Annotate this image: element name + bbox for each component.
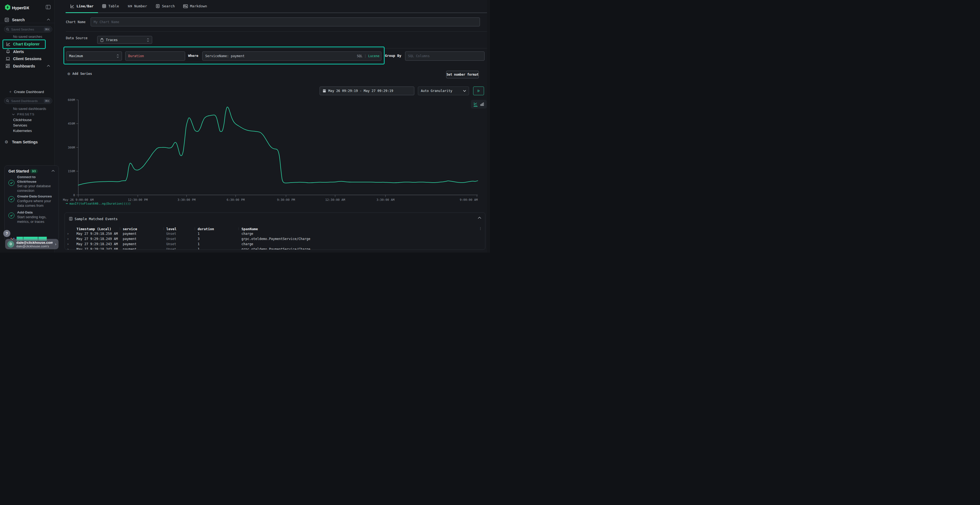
no-saved-dashboards-text: No saved dashboards: [13, 107, 46, 111]
table-icon: [102, 4, 106, 8]
checklist-item-description: Configure where your data comes from: [17, 199, 55, 208]
chart-explorer-icon: [6, 42, 11, 46]
set-number-format-button[interactable]: Set number format: [446, 71, 479, 78]
cell-spanname[interactable]: charge: [242, 242, 253, 246]
user-email: dale@clickhouse.com: [16, 241, 53, 245]
saved-searches-field[interactable]: [11, 27, 43, 31]
column-header-spanname[interactable]: SpanName: [242, 227, 258, 231]
checklist-item[interactable]: Add Data Start sending logs, metrics, or…: [17, 210, 55, 224]
legend-swatch: —: [66, 202, 68, 205]
search-doc-icon: [156, 4, 160, 8]
checklist-item[interactable]: Connect to ClickHouse Set up your databa…: [17, 175, 54, 193]
timeseries-chart[interactable]: 0150M300M450M600MMay 26 9:00:00 AM12:30:…: [54, 92, 487, 208]
row-expand-icon[interactable]: ›: [67, 232, 69, 236]
granularity-value: Auto Granularity: [421, 89, 461, 93]
app-title: HyperDX: [12, 5, 29, 10]
group-by-input[interactable]: [405, 51, 485, 61]
cell-spanname[interactable]: grpc.oteldemo.PaymentService/Charge: [242, 247, 310, 250]
tab-line-bar[interactable]: Line/Bar: [70, 4, 94, 8]
kbd-shortcut: ⌘K: [44, 27, 50, 31]
tab-table[interactable]: Table: [102, 4, 119, 8]
sql-mode-button[interactable]: SQL: [357, 54, 363, 58]
date-range-value: May 26 09:29:19 - May 27 09:29:19: [328, 89, 393, 93]
column-resize-handle[interactable]: ⋮: [162, 227, 165, 230]
chart-explorer-page: Line/Bar Table 123 Number Search: [54, 0, 490, 252]
cell-duration[interactable]: 1: [197, 232, 200, 236]
cell-service[interactable]: payment: [123, 247, 137, 250]
field-input[interactable]: [125, 51, 185, 61]
create-dashboard-button[interactable]: + Create Dashboard: [9, 89, 44, 94]
svg-text:3:30:00 PM: 3:30:00 PM: [178, 198, 196, 202]
svg-text:150M: 150M: [68, 170, 75, 173]
column-header-timestamp[interactable]: Timestamp (Local): [76, 227, 111, 231]
cell-level[interactable]: Unset: [166, 247, 176, 250]
sidebar-item-alerts[interactable]: Alerts: [13, 49, 24, 54]
table-menu-kebab-icon[interactable]: ⋮: [479, 227, 482, 230]
chevron-right-icon: ›: [55, 242, 56, 246]
row-expand-icon[interactable]: ›: [67, 247, 69, 250]
user-menu[interactable]: D dale@clickhouse.com dale@clickhouse.co…: [5, 239, 59, 249]
svg-text:6:30:00 PM: 6:30:00 PM: [227, 198, 245, 202]
chevron-up-icon[interactable]: [47, 19, 50, 21]
scrollbar-gutter[interactable]: [487, 0, 490, 252]
cell-spanname[interactable]: grpc.oteldemo.PaymentService/Charge: [242, 237, 310, 241]
saved-searches-input[interactable]: ⌘K: [4, 26, 52, 32]
checklist-item[interactable]: Create Data Sources Configure where your…: [17, 194, 55, 208]
chevron-up-icon[interactable]: [47, 65, 50, 67]
cell-duration[interactable]: 1: [197, 242, 200, 246]
checklist-item-title: Add Data: [17, 210, 55, 215]
sidebar-item-services[interactable]: Services: [13, 123, 27, 127]
cell-timestamp[interactable]: May 27 9:29:18.250 AM: [76, 232, 118, 236]
sidebar-item-clickhouse[interactable]: ClickHouse: [13, 118, 32, 122]
collapse-panel-icon[interactable]: [478, 217, 481, 219]
cell-level[interactable]: Unset: [166, 242, 176, 246]
cell-duration[interactable]: 3: [197, 237, 200, 241]
row-expand-icon[interactable]: ›: [67, 237, 69, 241]
checklist-item-description: Set up your database connection: [17, 184, 54, 193]
aggregation-select[interactable]: Maximum: [66, 51, 122, 61]
sidebar-collapse-icon[interactable]: [46, 5, 51, 9]
kbd-shortcut: ⌘K: [44, 99, 50, 103]
cell-duration[interactable]: 1: [197, 247, 200, 250]
data-source-select[interactable]: Traces: [97, 36, 152, 44]
no-saved-searches-text: No saved searches: [13, 35, 42, 39]
cell-timestamp[interactable]: May 27 9:29:18.243 AM: [76, 242, 118, 246]
column-resize-handle[interactable]: ⋮: [194, 227, 196, 230]
sidebar-item-kubernetes[interactable]: Kubernetes: [13, 129, 32, 133]
column-resize-handle[interactable]: ⋮: [119, 227, 121, 230]
cell-spanname[interactable]: charge: [242, 232, 253, 236]
sidebar-item-search[interactable]: Search: [12, 18, 25, 22]
help-button[interactable]: ?: [3, 230, 10, 237]
sidebar-item-team-settings[interactable]: Team Settings: [12, 140, 38, 144]
add-series-button[interactable]: ⊕ Add Series: [67, 72, 92, 76]
sidebar-item-chart-explorer[interactable]: Chart Explorer: [13, 42, 40, 46]
number-123-icon: 123: [128, 5, 132, 8]
row-expand-icon[interactable]: ›: [67, 242, 69, 246]
saved-dashboards-input[interactable]: ⌘K: [4, 98, 52, 104]
cell-level[interactable]: Unset: [166, 232, 176, 236]
lucene-mode-button[interactable]: Lucene: [368, 54, 379, 58]
cell-timestamp[interactable]: May 27 9:29:18.243 AM: [76, 247, 118, 250]
chevron-up-icon[interactable]: [51, 170, 55, 172]
svg-text:12:30:00 AM: 12:30:00 AM: [325, 198, 345, 202]
column-header-level[interactable]: level: [166, 227, 177, 231]
gear-icon: ⚙: [5, 140, 8, 145]
cell-service[interactable]: payment: [123, 232, 137, 236]
cell-service[interactable]: payment: [123, 237, 137, 241]
chart-name-input[interactable]: [91, 17, 480, 26]
sidebar-divider: [0, 23, 54, 23]
saved-dashboards-field[interactable]: [11, 99, 43, 103]
tab-markdown[interactable]: Markdown: [183, 4, 207, 8]
sidebar-item-dashboards[interactable]: Dashboards: [13, 64, 35, 68]
column-header-duration[interactable]: duration: [197, 227, 214, 231]
sidebar-item-client-sessions[interactable]: Client Sessions: [13, 57, 41, 61]
column-resize-handle[interactable]: ⋮: [237, 227, 240, 230]
cell-service[interactable]: payment: [123, 242, 137, 246]
column-header-service[interactable]: service: [123, 227, 137, 231]
bell-icon: [6, 49, 10, 54]
cell-level[interactable]: Unset: [166, 237, 176, 241]
tab-search[interactable]: Search: [156, 4, 175, 8]
presets-toggle[interactable]: PRESETS: [12, 113, 35, 116]
tab-number[interactable]: 123 Number: [128, 4, 147, 8]
c코ell-timestamp[interactable]: May 27 9:29:18.249 AM: [76, 237, 118, 241]
